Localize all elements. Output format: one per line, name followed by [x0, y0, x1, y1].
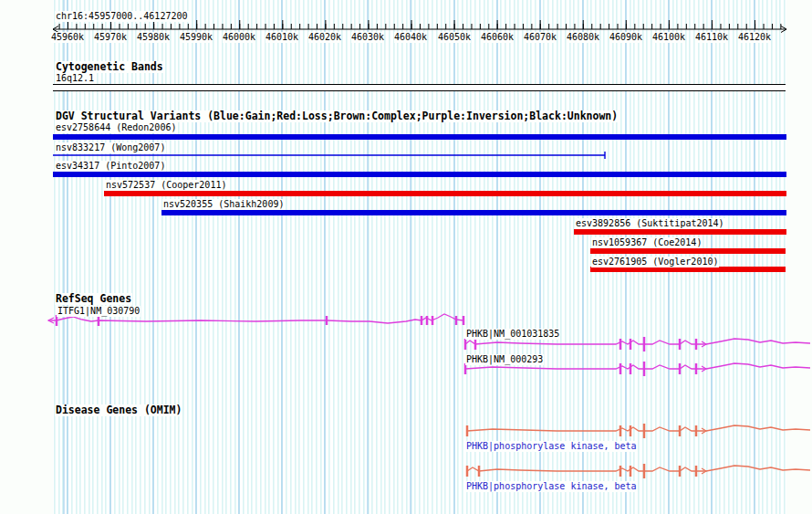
region-coordinates-label: chr16:45957000..46127200	[55, 11, 189, 22]
section-title-dgv: DGV Structural Variants (Blue:Gain;Red:L…	[55, 110, 619, 122]
omim-gene-label-1[interactable]: PHKB|phosphorylase kinase, beta	[465, 441, 638, 452]
gene-label-itfg1[interactable]: ITFG1|NM_030790	[57, 306, 141, 317]
cytoband-box-16q12-1[interactable]	[53, 84, 786, 91]
variant-label-nsv572537[interactable]: nsv572537 (Cooper2011)	[105, 180, 227, 191]
variant-label-nsv520355[interactable]: nsv520355 (Shaikh2009)	[162, 199, 285, 210]
variant-bar-nsv1059367[interactable]	[590, 248, 786, 254]
variant-bar-nsv572537[interactable]	[104, 191, 786, 196]
ruler-tick-label: 46100k	[652, 32, 685, 43]
variant-bar-esv2758644[interactable]	[53, 134, 786, 140]
variant-label-esv34317[interactable]: esv34317 (Pinto2007)	[55, 161, 166, 172]
ruler-tick-label: 45980k	[137, 32, 170, 43]
ruler-tick-label: 45990k	[180, 32, 213, 43]
variant-label-esv3892856[interactable]: esv3892856 (Suktitipat2014)	[575, 218, 725, 229]
section-title-cytobands: Cytogenetic Bands	[55, 61, 164, 73]
variant-label-nsv833217[interactable]: nsv833217 (Wong2007)	[55, 142, 166, 153]
ruler-tick-label: 46110k	[695, 32, 728, 43]
gene-label-phkb-031835[interactable]: PHKB|NM_001031835	[465, 329, 560, 340]
omim-gene-label-2[interactable]: PHKB|phosphorylase kinase, beta	[465, 481, 638, 492]
ruler-tick-label: 46070k	[524, 32, 557, 43]
ruler-tick-label: 45960k	[51, 32, 84, 43]
ruler-tick-label: 45970k	[94, 32, 127, 43]
variant-bar-esv3892856[interactable]	[574, 229, 786, 235]
gene-label-phkb-000293[interactable]: PHKB|NM_000293	[465, 354, 544, 365]
cytoband-label[interactable]: 16q12.1	[55, 73, 95, 84]
ruler-tick-label: 46060k	[481, 32, 514, 43]
ruler-tick-label: 46080k	[567, 32, 599, 43]
variant-bar-nsv520355[interactable]	[161, 210, 786, 215]
genome-browser-view: chr16:45957000..46127200 45960k 45970k 4…	[0, 0, 812, 514]
ruler-tick-label: 46030k	[351, 32, 384, 43]
omim-gene-glyph-1[interactable]	[467, 424, 810, 438]
variant-bar-esv34317[interactable]	[53, 172, 786, 177]
section-title-refseq: RefSeq Genes	[55, 293, 132, 305]
ruler-tick-label: 46010k	[265, 32, 298, 43]
ruler-tick-label: 46020k	[308, 32, 341, 43]
ruler-tick-label: 46050k	[438, 32, 471, 43]
section-title-omim: Disease Genes (OMIM)	[55, 404, 182, 416]
omim-gene-glyph-2[interactable]	[467, 464, 810, 478]
ruler-tick-label: 46090k	[609, 32, 642, 43]
ruler-tick-label: 46000k	[223, 32, 255, 43]
ruler-tick-label: 46120k	[738, 32, 771, 43]
ruler-tick-label: 46040k	[394, 32, 427, 43]
variant-label-esv2761905[interactable]: esv2761905 (Vogler2010)	[591, 257, 719, 267]
variant-label-nsv1059367[interactable]: nsv1059367 (Coe2014)	[591, 237, 703, 248]
variant-label-esv2758644[interactable]: esv2758644 (Redon2006)	[55, 122, 177, 133]
